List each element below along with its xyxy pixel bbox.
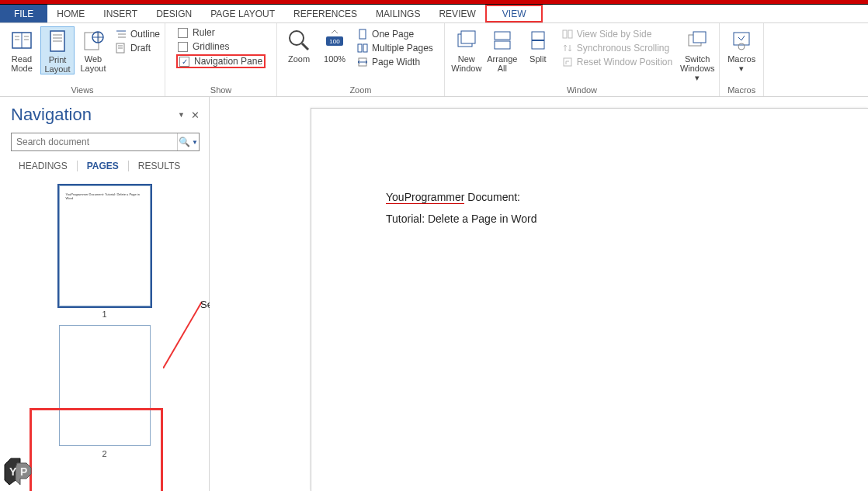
group-views: ReadMode PrintLayout WebLayout	[0, 23, 165, 96]
svg-rect-24	[359, 29, 366, 39]
tab-view[interactable]: VIEW	[485, 5, 543, 22]
read-mode-icon	[9, 28, 34, 53]
ruler-checkbox[interactable]: Ruler	[176, 26, 266, 39]
draft-label: Draft	[130, 43, 151, 54]
search-button[interactable]: 🔍▼	[177, 133, 199, 150]
search-input[interactable]	[12, 137, 177, 147]
svg-rect-31	[495, 32, 510, 40]
one-page-label: One Page	[372, 29, 414, 40]
switch-windows-button[interactable]: SwitchWindows ▾	[680, 26, 714, 82]
reset-window-position-button: Reset Window Position	[561, 56, 672, 68]
nav-tab-pages[interactable]: PAGES	[81, 159, 125, 173]
split-label: Split	[529, 54, 546, 64]
draft-icon	[115, 42, 127, 54]
navigation-tabs: HEADINGS PAGES RESULTS	[0, 157, 209, 178]
search-icon: 🔍	[179, 137, 190, 147]
switch-windows-icon	[685, 28, 710, 53]
tab-mailings[interactable]: MAILINGS	[366, 5, 429, 22]
zoom-label: Zoom	[288, 54, 310, 64]
search-box[interactable]: 🔍▼	[11, 133, 200, 151]
svg-line-21	[302, 43, 308, 50]
annotation-highlight-box	[30, 408, 163, 491]
checkbox-icon	[178, 28, 188, 38]
new-window-button[interactable]: NewWindow	[450, 26, 484, 73]
outline-label: Outline	[130, 29, 160, 40]
synchronous-scrolling-button: Synchronous Scrolling	[561, 42, 672, 54]
svg-rect-36	[568, 30, 572, 38]
page-thumbnail-1[interactable]: YouProgrammer Document: Tutorial: Delete…	[59, 185, 151, 306]
doc-text: Document:	[464, 191, 520, 203]
arrange-all-label: ArrangeAll	[487, 54, 517, 73]
navigation-pane: Navigation ▼ ✕ 🔍▼ HEADINGS PAGES RESULTS…	[0, 97, 210, 491]
tab-references[interactable]: REFERENCES	[284, 5, 366, 22]
dropdown-icon: ▾	[739, 64, 744, 73]
navigation-pane-label: Navigation Pane	[194, 56, 262, 67]
macros-button[interactable]: Macros▾	[724, 26, 759, 73]
tab-design[interactable]: DESIGN	[147, 5, 201, 22]
zoom-100-button[interactable]: 100 100%	[318, 26, 352, 64]
nav-tab-results[interactable]: RESULTS	[132, 159, 186, 173]
gridlines-checkbox[interactable]: Gridlines	[176, 40, 266, 53]
document-page[interactable]: YouProgrammer Document: Tutorial: Delete…	[311, 108, 868, 491]
tab-page-layout[interactable]: PAGE LAYOUT	[201, 5, 284, 22]
nav-tab-headings[interactable]: HEADINGS	[12, 159, 74, 173]
page-number-1: 1	[102, 309, 106, 319]
split-button[interactable]: Split	[521, 26, 555, 64]
page-width-button[interactable]: Page Width	[356, 56, 433, 68]
one-page-icon	[356, 28, 369, 40]
print-layout-label: PrintLayout	[44, 55, 70, 74]
thumbnail-preview-text: YouProgrammer Document: Tutorial: Delete…	[66, 192, 144, 200]
tab-file[interactable]: FILE	[0, 5, 47, 22]
tab-home[interactable]: HOME	[47, 5, 94, 22]
checkbox-icon	[178, 42, 188, 52]
group-window-label: Window	[445, 85, 719, 96]
sync-scroll-label: Synchronous Scrolling	[577, 43, 669, 54]
web-layout-icon	[81, 28, 106, 53]
draft-button[interactable]: Draft	[115, 42, 160, 54]
svg-rect-10	[85, 33, 99, 50]
tab-insert[interactable]: INSERT	[94, 5, 147, 22]
macros-icon	[729, 28, 754, 53]
side-by-side-label: View Side by Side	[577, 29, 652, 40]
multiple-pages-button[interactable]: Multiple Pages	[356, 42, 433, 54]
one-page-button[interactable]: One Page	[356, 28, 433, 40]
side-by-side-icon	[561, 28, 574, 40]
svg-rect-39	[693, 32, 706, 43]
checkbox-checked-icon: ✓	[179, 57, 189, 67]
new-window-icon	[454, 28, 479, 53]
print-layout-button[interactable]: PrintLayout	[40, 26, 75, 74]
svg-rect-26	[363, 44, 367, 52]
group-show-label: Show	[165, 85, 276, 96]
annotation-arrow	[163, 299, 205, 368]
navigation-pane-checkbox[interactable]: ✓ Navigation Pane	[176, 54, 266, 68]
web-layout-button[interactable]: WebLayout	[76, 26, 110, 73]
document-body[interactable]: YouProgrammer Document: Tutorial: Delete…	[386, 186, 537, 230]
outline-icon	[115, 28, 127, 40]
arrange-all-button[interactable]: ArrangeAll	[485, 26, 519, 73]
content-area: Navigation ▼ ✕ 🔍▼ HEADINGS PAGES RESULTS…	[0, 97, 868, 491]
group-show: Ruler Gridlines ✓ Navigation Pane Show	[165, 23, 277, 96]
macros-label: Macros▾	[727, 54, 755, 73]
switch-windows-label: SwitchWindows ▾	[680, 54, 715, 82]
svg-line-42	[163, 302, 202, 368]
ribbon-tabs: FILE HOME INSERT DESIGN PAGE LAYOUT REFE…	[0, 5, 868, 23]
group-zoom-label: Zoom	[277, 85, 444, 96]
zoom-button[interactable]: Zoom	[282, 26, 316, 64]
multiple-pages-icon	[356, 42, 369, 54]
print-layout-icon	[45, 29, 70, 54]
document-canvas: YouProgrammer Document: Tutorial: Delete…	[210, 97, 868, 491]
read-mode-button[interactable]: ReadMode	[5, 26, 39, 73]
navigation-options-dropdown[interactable]: ▼	[178, 111, 185, 119]
navigation-close-button[interactable]: ✕	[191, 109, 200, 121]
new-window-label: NewWindow	[451, 54, 481, 73]
zoom-100-label: 100%	[324, 54, 345, 64]
read-mode-label: ReadMode	[11, 54, 33, 73]
ribbon: ReadMode PrintLayout WebLayout	[0, 23, 868, 97]
svg-rect-35	[563, 30, 567, 38]
group-macros: Macros▾ Macros	[720, 23, 764, 96]
zoom-100-icon: 100	[322, 28, 347, 53]
tab-review[interactable]: REVIEW	[429, 5, 484, 22]
outline-button[interactable]: Outline	[115, 28, 160, 40]
zoom-icon	[286, 28, 311, 53]
yp-logo: Y P	[3, 457, 34, 488]
